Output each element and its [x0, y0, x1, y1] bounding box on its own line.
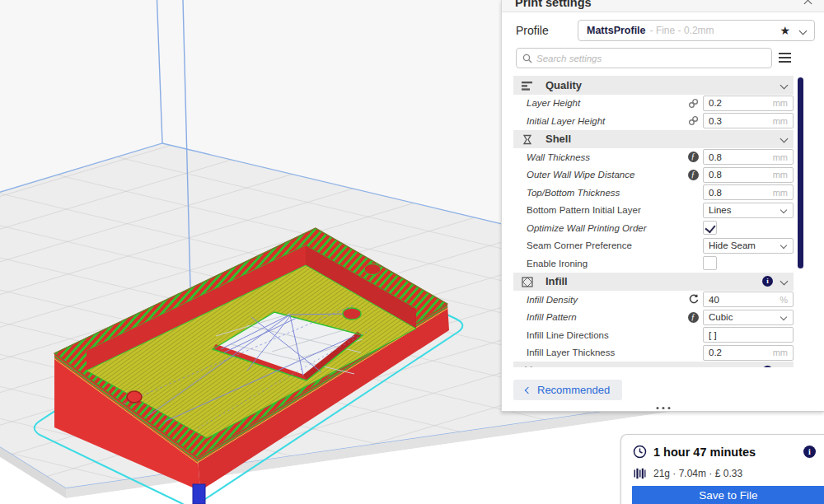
print-settings-panel: Print settings Profile MattsProfile - Fi…: [501, 0, 824, 412]
wall-thickness-input[interactable]: 0.8 mm: [703, 149, 794, 165]
chevron-left-icon: [525, 386, 531, 393]
setting-row[interactable]: Enable Ironing: [513, 254, 794, 273]
profile-suffix: - Fine - 0.2mm: [650, 25, 780, 36]
section-header-shell[interactable]: Shell: [513, 130, 794, 149]
setting-row[interactable]: Outer Wall Wipe Distance ƒ 0.8 mm: [513, 166, 794, 184]
profile-name: MattsProfile: [587, 25, 646, 36]
infill-icon: [522, 276, 534, 287]
function-icon: ƒ: [686, 311, 700, 323]
link-icon: [686, 115, 700, 127]
setting-row[interactable]: Initial Layer Height 0.3 mm: [513, 112, 794, 130]
search-input[interactable]: [536, 54, 765, 63]
profile-dropdown[interactable]: MattsProfile - Fine - 0.2mm ★: [578, 20, 815, 41]
profile-label: Profile: [516, 24, 549, 37]
panel-drag-handle[interactable]: [654, 407, 672, 409]
cura-window: Print settings Profile MattsProfile - Fi…: [0, 0, 824, 504]
link-icon: [686, 97, 700, 109]
top-bottom-thickness-input[interactable]: 0.8 mm: [703, 184, 794, 200]
quality-icon: [522, 80, 534, 91]
enable-ironing-checkbox[interactable]: [703, 256, 717, 270]
print-time: 1 hour 47 minutes: [653, 446, 756, 459]
panel-header: Print settings: [502, 0, 824, 12]
section-header-quality[interactable]: Quality: [513, 76, 794, 95]
setting-row[interactable]: Bottom Pattern Initial Layer Lines: [513, 202, 794, 220]
chevron-down-icon: [780, 242, 787, 249]
function-icon: ƒ: [686, 169, 700, 180]
setting-row[interactable]: Infill Line Directions [ ]: [513, 326, 794, 344]
spool-icon: [634, 468, 646, 479]
section-header-infill[interactable]: Infill i: [513, 273, 794, 292]
origin-marker: [193, 484, 205, 504]
setting-row[interactable]: Top/Bottom Thickness 0.8 mm: [513, 184, 794, 202]
material-usage: 21g · 7.04m · £ 0.33: [653, 468, 742, 479]
optimize-wall-printing-order-checkbox[interactable]: [703, 221, 717, 235]
setting-row[interactable]: Layer Height 0.2 mm: [513, 95, 794, 113]
infill-layer-thickness-input[interactable]: 0.2 mm: [703, 345, 794, 361]
chevron-down-icon: [780, 278, 789, 286]
infill-pattern-select[interactable]: Cubic: [703, 310, 794, 325]
setting-row[interactable]: Infill Pattern ƒ Cubic: [513, 309, 794, 327]
floor-hole: [343, 308, 361, 320]
recommended-mode-button[interactable]: Recommended: [513, 380, 622, 400]
reset-icon[interactable]: [686, 294, 700, 306]
rim-hole: [364, 264, 381, 275]
search-icon: [522, 54, 532, 63]
material-icon: [522, 366, 534, 367]
chevron-down-icon: [780, 314, 787, 320]
function-icon: ƒ: [686, 152, 700, 163]
print-time-row: 1 hour 47 minutes: [633, 445, 756, 459]
layer-height-input[interactable]: 0.2 mm: [703, 96, 794, 111]
setting-row[interactable]: Optimize Wall Printing Order: [513, 219, 794, 237]
settings-list: Quality Layer Height 0.2 mm Initial Laye…: [513, 76, 794, 367]
outer-wall-wipe-distance-input[interactable]: 0.8 mm: [703, 167, 794, 183]
section-header-material[interactable]: Material i: [513, 362, 794, 367]
seam-corner-preference-select[interactable]: Hide Seam: [703, 238, 794, 254]
initial-layer-height-input[interactable]: 0.3 mm: [703, 113, 794, 128]
settings-scrollbar[interactable]: [798, 77, 803, 268]
print-job-card: 1 hour 47 minutes i 21g · 7.04m · £ 0.33…: [620, 434, 824, 504]
save-to-file-button[interactable]: Save to File: [632, 486, 824, 504]
rim-plug: [127, 391, 142, 403]
setting-row[interactable]: Wall Thickness ƒ 0.8 mm: [513, 148, 794, 166]
chevron-down-icon: [780, 207, 787, 213]
settings-menu-icon[interactable]: [779, 53, 791, 65]
material-usage-row: 21g · 7.04m · £ 0.33: [634, 468, 742, 479]
info-icon[interactable]: i: [762, 366, 773, 367]
infill-density-input[interactable]: 40 %: [703, 292, 794, 307]
chevron-down-icon: [780, 81, 789, 89]
star-icon[interactable]: ★: [780, 24, 790, 37]
shell-icon: [522, 133, 534, 144]
infill-line-directions-input[interactable]: [ ]: [703, 327, 794, 343]
search-settings-box[interactable]: [516, 48, 772, 68]
panel-title: Print settings: [515, 0, 824, 9]
setting-row[interactable]: Infill Layer Thickness 0.2 mm: [513, 344, 794, 362]
info-icon[interactable]: i: [762, 276, 773, 287]
info-icon[interactable]: i: [803, 446, 816, 458]
setting-row[interactable]: Infill Density 40 %: [513, 291, 794, 309]
chevron-down-icon: [799, 26, 808, 35]
clock-icon: [633, 445, 647, 459]
bottom-pattern-initial-layer-select[interactable]: Lines: [703, 203, 794, 218]
chevron-down-icon: [780, 135, 789, 143]
setting-row[interactable]: Seam Corner Preference Hide Seam: [513, 237, 794, 255]
chevron-down-icon: [780, 366, 789, 367]
